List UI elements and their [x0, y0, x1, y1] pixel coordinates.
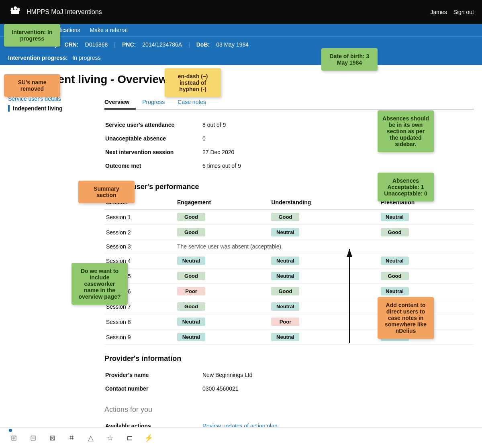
tabs: Overview Progress Case notes	[104, 96, 474, 110]
bottom-toolbar: ⊞ ⊟ ⊠ ⌗ △ ☆ ⊏ ⚡	[0, 427, 482, 448]
attendance-label: Service user's attendance	[105, 118, 202, 131]
user-meta: CRN: D016868 | PNC: 2014/1234786A | DoB:…	[65, 41, 249, 48]
sticky-caseworker: Do we want to include caseworker name in…	[71, 263, 128, 305]
perf-understanding: Good	[270, 284, 379, 299]
page-title: Independent living - Overview	[8, 73, 474, 86]
svg-point-3	[11, 8, 13, 10]
nav-make-referral[interactable]: Make a referral	[90, 27, 128, 33]
tab-progress[interactable]: Progress	[142, 96, 171, 109]
table-row: Provider's name New Beginnings Ltd	[105, 369, 473, 381]
sidebar-independent-living: Independent living	[8, 105, 96, 112]
perf-engagement: Neutral	[176, 253, 270, 269]
provider-heading: Provider's information	[104, 354, 474, 363]
dob-value: 03 May 1984	[216, 41, 249, 48]
sticky-intervention: Intervention: In progress	[4, 24, 60, 47]
user-info-bar: Natasha Mackey CRN: D016868 | PNC: 2014/…	[0, 37, 482, 52]
perf-engagement: Neutral	[176, 314, 270, 330]
provider-table: Provider's name New Beginnings Ltd Conta…	[104, 368, 474, 396]
tab-overview[interactable]: Overview	[104, 96, 136, 110]
col-engagement: Engagement	[176, 196, 270, 209]
perf-session: Session 3	[104, 240, 176, 253]
outcome-value: 6 times out of 9	[202, 159, 473, 172]
perf-absent: The service user was absent (acceptable)…	[176, 240, 474, 253]
provider-name-value: New Beginnings Ltd	[202, 369, 473, 381]
table-row: Contact number 0300 4560021	[105, 382, 473, 395]
col-understanding: Understanding	[270, 196, 379, 209]
crown-logo	[8, 4, 22, 20]
perf-understanding: Neutral	[270, 299, 379, 314]
toolbar-icon-2[interactable]: ⊟	[27, 432, 39, 444]
next-session-label: Next intervention session	[105, 146, 202, 159]
intervention-progress-bar: Intervention progress: In progress	[0, 52, 482, 65]
perf-presentation: Neutral	[379, 284, 474, 299]
brand-suffix: MoJ Interventions	[49, 8, 102, 15]
perf-table-row: Session 2GoodNeutralGood	[104, 225, 474, 240]
toolbar-dot	[9, 429, 12, 432]
header-left: HMPPS MoJ Interventions	[8, 4, 102, 20]
sticky-absences-section: Absences should be in its own section as…	[378, 110, 434, 152]
svg-rect-2	[11, 11, 19, 14]
toolbar-icon-8[interactable]: ⚡	[143, 432, 154, 444]
provider-name-label: Provider's name	[105, 369, 202, 381]
toolbar-icon-4[interactable]: ⌗	[66, 432, 77, 444]
provider-contact-value: 0300 4560021	[202, 382, 473, 395]
perf-engagement: Good	[176, 269, 270, 284]
sticky-summary: Summary section	[78, 181, 135, 203]
perf-understanding: Neutral	[270, 253, 379, 269]
perf-engagement: Good	[176, 225, 270, 240]
svg-point-4	[17, 8, 20, 10]
user-name-header: James	[430, 9, 447, 15]
provider-contact-label: Contact number	[105, 382, 202, 395]
brand-hmpps: HMPPS	[27, 8, 49, 15]
sticky-case-notes: Add content to direct users to case note…	[378, 297, 434, 339]
perf-engagement: Neutral	[176, 330, 270, 345]
pnc-label: PNC:	[122, 41, 136, 48]
perf-understanding: Neutral	[270, 269, 379, 284]
crn-label: CRN:	[65, 41, 79, 48]
unacceptable-label: Unacceptable absence	[105, 132, 202, 145]
intervention-progress-label: Intervention progress:	[8, 55, 68, 61]
toolbar-icon-7[interactable]: ⊏	[124, 432, 135, 444]
sticky-su-name: SU's name removed	[4, 74, 60, 97]
perf-presentation: Neutral	[379, 209, 474, 225]
perf-engagement: Good	[176, 209, 270, 225]
table-row: Outcome met 6 times out of 9	[105, 159, 473, 172]
toolbar-icon-5[interactable]: △	[85, 432, 96, 444]
sticky-absences-count: Absences Acceptable: 1 Unacceptable: 0	[378, 173, 434, 202]
perf-understanding: Poor	[270, 314, 379, 330]
outcome-label: Outcome met	[105, 159, 202, 172]
divider-1: |	[114, 41, 116, 48]
perf-understanding: Good	[270, 209, 379, 225]
perf-engagement: Poor	[176, 284, 270, 299]
perf-table-row: Session 5GoodNeutralGood	[104, 269, 474, 284]
pnc-value: 2014/1234786A	[142, 41, 182, 48]
sticky-dob: Date of birth: 3 May 1984	[321, 48, 378, 71]
perf-table-row: Session 3The service user was absent (ac…	[104, 240, 474, 253]
gov-header: HMPPS MoJ Interventions James Sign out	[0, 0, 482, 24]
sign-out-link[interactable]: Sign out	[453, 9, 474, 15]
sticky-endash: en-dash (–) instead of hyphen (-)	[165, 68, 221, 97]
perf-table-row: Session 6PoorGoodNeutral	[104, 284, 474, 299]
perf-session: Session 2	[104, 225, 176, 240]
toolbar-icon-3[interactable]: ⊠	[47, 432, 58, 444]
perf-session: Session 8	[104, 314, 176, 330]
toolbar-icon-6[interactable]: ☆	[104, 432, 116, 444]
brand-name: HMPPS MoJ Interventions	[27, 8, 102, 16]
header-right: James Sign out	[430, 9, 474, 15]
perf-presentation: Neutral	[379, 253, 474, 269]
perf-table-row: Session 4NeutralNeutralNeutral	[104, 253, 474, 269]
divider-2: |	[188, 41, 190, 48]
svg-point-0	[14, 6, 17, 10]
dob-label: DoB:	[196, 41, 210, 48]
crn-value: D016868	[85, 41, 108, 48]
actions-heading: Actions for you	[104, 405, 474, 414]
perf-table-row: Session 1GoodGoodNeutral	[104, 209, 474, 225]
perf-session: Session 9	[104, 330, 176, 345]
perf-session: Session 1	[104, 209, 176, 225]
perf-understanding: Neutral	[270, 225, 379, 240]
tab-case-notes[interactable]: Case notes	[178, 96, 212, 109]
provider-section: Provider's information Provider's name N…	[104, 354, 474, 396]
perf-presentation: Good	[379, 269, 474, 284]
perf-presentation: Good	[379, 225, 474, 240]
toolbar-icon-1[interactable]: ⊞	[8, 432, 19, 444]
